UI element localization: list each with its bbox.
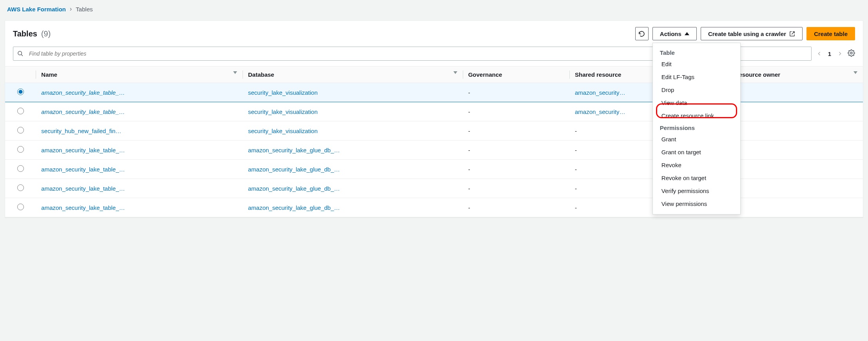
menu-item-revoke[interactable]: Revoke xyxy=(653,159,740,171)
actions-label: Actions xyxy=(660,31,681,37)
shared-resource-link[interactable]: amazon_security… xyxy=(575,108,625,115)
svg-line-1 xyxy=(21,54,23,56)
pagination: 1 xyxy=(817,51,842,57)
refresh-button[interactable] xyxy=(635,27,649,40)
menu-item-create-resource-link[interactable]: Create resource link xyxy=(653,109,740,122)
col-select xyxy=(5,67,36,83)
row-radio[interactable] xyxy=(17,184,24,191)
external-link-icon xyxy=(789,31,795,37)
sort-icon xyxy=(233,71,237,74)
shared-resource-link: - xyxy=(575,147,577,153)
menu-item-edit[interactable]: Edit xyxy=(653,58,740,70)
settings-button[interactable] xyxy=(848,49,855,58)
table-name-link[interactable]: amazon_security_lake_table_… xyxy=(41,89,125,96)
panel-actions: Actions Table Edit Edit LF-Tags Drop Vie… xyxy=(635,27,855,40)
table-name-link[interactable]: amazon_security_lake_table_… xyxy=(41,166,125,173)
sort-icon xyxy=(854,71,857,74)
row-radio[interactable] xyxy=(17,88,24,95)
create-table-button[interactable]: Create table xyxy=(806,27,855,40)
governance-cell: - xyxy=(463,141,569,160)
col-database[interactable]: Database xyxy=(243,67,463,83)
search-icon xyxy=(17,51,24,57)
database-link[interactable]: amazon_security_lake_glue_db_… xyxy=(248,147,340,153)
menu-item-revoke-on-target[interactable]: Revoke on target xyxy=(653,171,740,184)
page-prev-icon[interactable] xyxy=(817,51,822,57)
panel-title: Tables xyxy=(13,29,37,38)
svg-point-0 xyxy=(18,51,22,55)
actions-button[interactable]: Actions xyxy=(652,27,697,40)
chevron-right-icon: › xyxy=(70,5,72,13)
create-crawler-label: Create table using a crawler xyxy=(708,31,786,37)
menu-item-grant-on-target[interactable]: Grant on target xyxy=(653,146,740,159)
governance-cell: - xyxy=(463,121,569,141)
governance-cell: - xyxy=(463,83,569,102)
refresh-icon xyxy=(638,31,645,37)
create-table-label: Create table xyxy=(814,31,848,37)
shared-resource-link: - xyxy=(575,204,577,211)
menu-item-drop[interactable]: Drop xyxy=(653,83,740,96)
database-link[interactable]: security_lake_visualization xyxy=(248,89,318,96)
menu-item-view-data[interactable]: View data xyxy=(653,96,740,109)
shared-resource-link: - xyxy=(575,185,577,192)
table-name-link[interactable]: security_hub_new_failed_fin… xyxy=(41,128,121,134)
caret-up-icon xyxy=(685,32,689,35)
row-radio[interactable] xyxy=(17,127,24,134)
row-radio[interactable] xyxy=(17,108,24,114)
database-link[interactable]: amazon_security_lake_glue_db_… xyxy=(248,185,340,192)
governance-cell: - xyxy=(463,102,569,121)
governance-cell: - xyxy=(463,160,569,179)
governance-cell: - xyxy=(463,198,569,217)
menu-item-view-permissions[interactable]: View permissions xyxy=(653,197,740,210)
svg-point-2 xyxy=(850,52,852,54)
page-number: 1 xyxy=(828,51,831,57)
table-name-link[interactable]: amazon_security_lake_table_… xyxy=(41,204,125,211)
panel-count: (9) xyxy=(41,29,51,38)
breadcrumb: AWS Lake Formation › Tables xyxy=(0,0,868,18)
col-governance[interactable]: Governance xyxy=(463,67,569,83)
col-name[interactable]: Name xyxy=(36,67,243,83)
dropdown-section-table: Table xyxy=(653,47,740,58)
row-radio[interactable] xyxy=(17,204,24,210)
actions-wrapper: Actions Table Edit Edit LF-Tags Drop Vie… xyxy=(652,27,697,40)
breadcrumb-root-link[interactable]: AWS Lake Formation xyxy=(7,6,66,13)
table-name-link[interactable]: amazon_security_lake_table_… xyxy=(41,147,125,153)
table-name-link[interactable]: amazon_security_lake_table_… xyxy=(41,185,125,192)
table-name-link[interactable]: amazon_security_lake_table_… xyxy=(41,108,125,115)
database-link[interactable]: security_lake_visualization xyxy=(248,108,318,115)
shared-resource-link: - xyxy=(575,128,577,134)
page-next-icon[interactable] xyxy=(837,51,842,57)
create-crawler-button[interactable]: Create table using a crawler xyxy=(701,27,803,40)
shared-resource-link[interactable]: amazon_security… xyxy=(575,89,625,96)
dropdown-section-permissions: Permissions xyxy=(653,122,740,133)
menu-item-edit-lf-tags[interactable]: Edit LF-Tags xyxy=(653,70,740,83)
governance-cell: - xyxy=(463,179,569,198)
database-link[interactable]: security_lake_visualization xyxy=(248,128,318,134)
tables-panel: Tables (9) Actions Table Edit Edit LF-Ta… xyxy=(5,20,863,218)
row-radio[interactable] xyxy=(17,165,24,172)
row-radio[interactable] xyxy=(17,146,24,153)
sort-icon xyxy=(453,71,457,74)
breadcrumb-current: Tables xyxy=(76,6,92,13)
menu-item-verify-permissions[interactable]: Verify permissions xyxy=(653,184,740,197)
gear-icon xyxy=(848,49,855,57)
actions-dropdown: Table Edit Edit LF-Tags Drop View data C… xyxy=(652,43,741,215)
database-link[interactable]: amazon_security_lake_glue_db_… xyxy=(248,204,340,211)
menu-item-grant[interactable]: Grant xyxy=(653,133,740,146)
database-link[interactable]: amazon_security_lake_glue_db_… xyxy=(248,166,340,173)
shared-resource-link: - xyxy=(575,166,577,173)
panel-header: Tables (9) Actions Table Edit Edit LF-Ta… xyxy=(5,21,863,43)
